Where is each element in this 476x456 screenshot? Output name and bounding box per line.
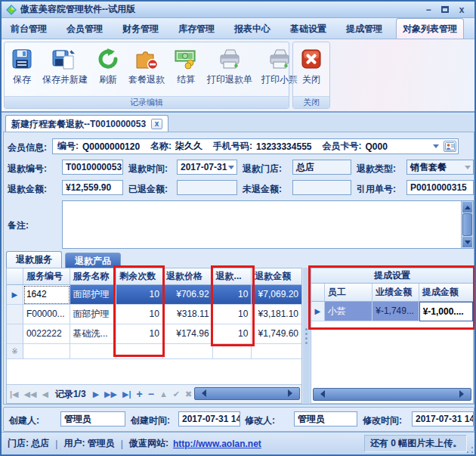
close-tab-button[interactable]: 关闭 xyxy=(297,45,326,94)
cell-refund-amount[interactable]: ¥7,069.20 xyxy=(252,285,301,305)
col-header-commission-amount[interactable]: 提成金额 xyxy=(419,284,473,302)
cell-remaining-count[interactable]: 10 xyxy=(116,285,163,305)
cell-refund-count[interactable]: 10 xyxy=(213,305,252,324)
scrollbar-thumb[interactable] xyxy=(462,213,472,236)
nav-prev-page-button[interactable]: ◀◀ xyxy=(24,389,37,399)
scroll-left-icon[interactable] xyxy=(317,390,325,398)
nav-first-button[interactable]: |◀ xyxy=(10,389,19,399)
ribbon-tab-reports[interactable]: 报表中心 xyxy=(228,19,277,39)
remark-scrollbar[interactable] xyxy=(461,201,473,248)
refund-type-field[interactable]: 销售套餐 xyxy=(406,160,474,175)
cell-refund-price[interactable]: ¥318.11 xyxy=(163,305,213,324)
minimize-button[interactable]: − xyxy=(420,5,437,15)
scroll-right-icon[interactable] xyxy=(288,389,296,397)
cell-employee[interactable]: 小芸 xyxy=(325,302,372,321)
refund-amount-field[interactable]: ¥12,559.90 xyxy=(62,180,123,195)
document-tab[interactable]: 新建疗程套餐退款--T0010000053 x xyxy=(5,115,168,132)
nav-next-page-button[interactable]: ▶▶ xyxy=(104,389,117,399)
member-lookup-button[interactable] xyxy=(444,141,456,152)
scroll-up-icon[interactable] xyxy=(462,202,472,212)
tab-refund-products[interactable]: 退款产品 xyxy=(65,253,121,269)
tab-refund-services[interactable]: 退款服务 xyxy=(6,251,62,268)
cell-refund-count[interactable]: 10 xyxy=(213,285,252,305)
col-header-refund-count[interactable]: 退款... xyxy=(213,268,252,285)
table-row[interactable]: F00000... 面部护理 10 ¥318.11 10 ¥3,181.10 xyxy=(7,305,301,324)
ribbon-tab-commission[interactable]: 提成管理 xyxy=(340,19,388,39)
document-tab-close-icon[interactable]: x xyxy=(151,119,162,129)
member-info-field[interactable]: 编号: Q0000000120 名称: 柒久久 手机号码: 1323333455… xyxy=(52,138,459,154)
cell-service-no[interactable]: 1642 xyxy=(23,285,70,305)
cell-refund-count[interactable]: 10 xyxy=(213,324,252,344)
refund-store-field[interactable]: 总店 xyxy=(292,160,351,175)
close-window-button[interactable]: x xyxy=(453,5,470,15)
col-header-service-name[interactable]: 服务名称 xyxy=(70,268,117,285)
ribbon-tab-inventory[interactable]: 库存管理 xyxy=(172,19,221,39)
cell-service-no[interactable]: 0022222 xyxy=(23,324,70,344)
col-header-refund-price[interactable]: 退款价格 xyxy=(163,268,213,285)
ribbon-tab-settings[interactable]: 基础设置 xyxy=(284,19,332,39)
modified-by-field[interactable]: 管理员 xyxy=(294,411,357,427)
ribbon-tab-object-list[interactable]: 对象列表管理 xyxy=(396,18,464,39)
created-at-field[interactable]: 2017-07-31 14 xyxy=(178,411,240,427)
scroll-right-icon[interactable] xyxy=(459,390,468,398)
nav-prev-button[interactable]: ◀ xyxy=(42,389,48,399)
col-header-performance-amount[interactable]: 业绩金额 xyxy=(372,284,419,302)
nav-insert-button[interactable]: + xyxy=(137,388,143,400)
refund-time-dropdown-icon[interactable] xyxy=(228,166,234,172)
service-grid-horizontal-scrollbar[interactable] xyxy=(194,387,300,400)
nav-next-button[interactable]: ▶ xyxy=(93,389,99,399)
maximize-button[interactable] xyxy=(441,6,449,13)
cell-refund-price[interactable]: ¥706.92 xyxy=(163,285,213,305)
nav-delete-button[interactable]: − xyxy=(148,388,154,400)
modified-at-field[interactable]: 2017-07-31 14 xyxy=(412,411,474,427)
table-row[interactable]: 0022222 基础洗... 10 ¥174.96 10 ¥1,749.60 xyxy=(7,324,301,344)
package-refund-button[interactable]: 套餐退款 xyxy=(125,45,168,94)
cell-performance-amount[interactable]: ¥-1,749... xyxy=(372,302,419,321)
member-card-dropdown-icon[interactable] xyxy=(433,144,439,151)
refunded-amount-field[interactable] xyxy=(177,180,237,195)
scroll-down-icon[interactable] xyxy=(462,237,472,247)
scroll-left-icon[interactable] xyxy=(198,389,206,397)
save-button[interactable]: 保存 xyxy=(8,45,36,94)
cell-service-no[interactable]: F00000... xyxy=(23,305,70,324)
col-header-remaining-count[interactable]: 剩余次数 xyxy=(116,268,163,285)
website-link[interactable]: http://www.aolan.net xyxy=(173,439,261,449)
print-refund-button[interactable]: 打印退款单 xyxy=(204,45,255,94)
settle-button[interactable]: 结算 xyxy=(171,45,201,94)
cell-service-name[interactable]: 面部护理 xyxy=(70,305,117,324)
new-row[interactable]: ※ xyxy=(7,344,301,359)
resize-grip[interactable] xyxy=(466,446,474,454)
cell-refund-amount[interactable]: ¥1,749.60 xyxy=(252,324,301,344)
unrefunded-amount-field[interactable] xyxy=(292,180,351,195)
cell-refund-amount[interactable]: ¥3,181.10 xyxy=(252,305,301,324)
refund-no-field[interactable]: T0010000053 xyxy=(62,160,123,175)
created-by-field[interactable]: 管理员 xyxy=(60,411,125,427)
save-and-new-button[interactable]: 保存并新建 xyxy=(39,45,91,94)
col-header-service-no[interactable]: 服务编号 xyxy=(23,268,70,285)
nav-cancel-button[interactable]: ✖ xyxy=(185,389,192,399)
cell-refund-price[interactable]: ¥174.96 xyxy=(163,324,213,344)
table-row[interactable]: ▶ 小芸 ¥-1,749... ¥-1,000.... xyxy=(311,302,473,321)
commission-horizontal-scrollbar[interactable] xyxy=(313,388,471,401)
col-header-refund-amount[interactable]: 退款金额 xyxy=(252,268,301,285)
ribbon-tab-front-desk[interactable]: 前台管理 xyxy=(5,19,53,39)
cell-service-name[interactable]: 基础洗... xyxy=(70,324,117,344)
cell-service-name[interactable]: 面部护理 xyxy=(70,285,117,305)
ref-order-no-field[interactable]: P0010000315 xyxy=(406,180,474,195)
col-header-employee[interactable]: 员工 xyxy=(325,284,372,302)
nav-edit-button[interactable]: ▲ xyxy=(159,389,168,399)
cell-remaining-count[interactable]: 10 xyxy=(116,305,163,324)
refund-type-dropdown-icon[interactable] xyxy=(465,166,471,172)
window-title: 傲蓝美容院管理软件--试用版 xyxy=(20,3,420,16)
panel-splitter[interactable] xyxy=(303,268,310,404)
refresh-button[interactable]: 刷新 xyxy=(94,45,122,94)
refund-time-field[interactable]: 2017-07-31 xyxy=(177,160,237,175)
nav-last-button[interactable]: ▶| xyxy=(122,389,131,399)
cell-remaining-count[interactable]: 10 xyxy=(116,324,163,344)
nav-post-button[interactable]: ✔ xyxy=(173,389,180,399)
ribbon-tab-members[interactable]: 会员管理 xyxy=(60,19,109,39)
table-row[interactable]: ▶ 1642 面部护理 10 ¥706.92 10 ¥7,069.20 xyxy=(7,285,301,305)
remark-textarea[interactable] xyxy=(62,200,474,249)
ribbon-tab-finance[interactable]: 财务管理 xyxy=(116,19,165,39)
cell-commission-amount[interactable]: ¥-1,000.... xyxy=(419,302,473,321)
